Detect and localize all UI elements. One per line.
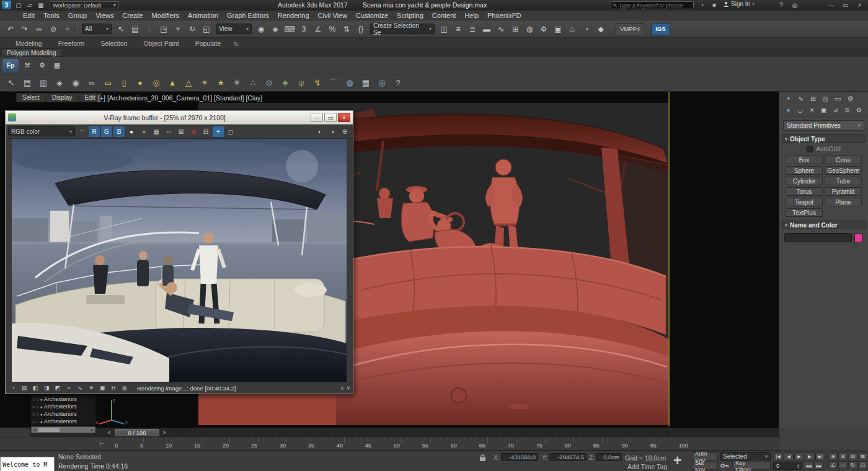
pixel-info-icon[interactable]: ◔ bbox=[8, 384, 18, 393]
freeze-toggle-icon[interactable]: ○ bbox=[36, 420, 38, 424]
cylinder-primitive-icon[interactable]: ▯ bbox=[117, 76, 131, 90]
white-balance-icon[interactable]: ◧ bbox=[30, 384, 40, 393]
visibility-toggle-icon[interactable]: ○ bbox=[32, 412, 35, 416]
zoom-extents-icon[interactable]: ⊡ bbox=[848, 452, 857, 460]
sign-in-button[interactable]: Sign In ▾ bbox=[723, 1, 755, 7]
torus-button[interactable]: Torus bbox=[786, 187, 823, 196]
object-type-rollout[interactable]: ▾ Object Type bbox=[782, 134, 866, 143]
ribbon-tab[interactable]: Populate bbox=[188, 39, 228, 48]
particles-icon[interactable]: ∴ bbox=[246, 76, 260, 90]
region-render-button[interactable]: ◻ bbox=[225, 126, 236, 137]
hue-saturation-icon[interactable]: ◨ bbox=[42, 384, 51, 393]
play-button[interactable]: ▶ bbox=[794, 452, 804, 460]
mirror-icon[interactable]: ◫ bbox=[437, 22, 451, 36]
prev-frame-button[interactable]: ◀ bbox=[784, 452, 794, 460]
srgb-icon[interactable]: ◍ bbox=[120, 384, 130, 393]
magnet-icon[interactable]: ◉ bbox=[68, 76, 83, 90]
helpers-tab[interactable]: ⊿ bbox=[830, 105, 841, 115]
pan-icon[interactable]: ↔ bbox=[838, 461, 848, 469]
grid-tools-icon[interactable]: ▦ bbox=[51, 59, 63, 72]
previous-frame-arrow[interactable]: < bbox=[106, 429, 112, 436]
open-file-icon[interactable]: ▱ bbox=[25, 1, 35, 10]
polygon-tools-icon[interactable]: ⚒ bbox=[21, 59, 33, 72]
render-production-icon[interactable]: ♨ bbox=[565, 22, 579, 36]
exposure-icon[interactable]: ☀ bbox=[86, 384, 96, 393]
undo-icon[interactable]: ↶ bbox=[4, 22, 17, 36]
status-collapse-icon[interactable]: ∨ bbox=[340, 385, 345, 391]
frame-spinner[interactable]: ▲▼ bbox=[797, 464, 801, 469]
track-mouse-button[interactable]: + bbox=[213, 126, 224, 137]
mono-channel-button[interactable]: ● bbox=[126, 126, 137, 137]
menu-item[interactable]: PhoenixFD bbox=[483, 12, 525, 19]
systems-tab[interactable]: ⚙ bbox=[854, 105, 864, 115]
autogrid-checkbox[interactable] bbox=[807, 146, 813, 152]
scrollbar-thumb[interactable] bbox=[38, 428, 60, 432]
prev-key-button[interactable]: ◀◀ bbox=[804, 462, 813, 470]
select-object-icon[interactable]: ↖ bbox=[114, 22, 128, 36]
add-time-tag[interactable]: Add Time Tag bbox=[627, 463, 667, 470]
arc-icon[interactable]: ⌒ bbox=[326, 76, 341, 90]
help-circle-icon[interactable]: ? bbox=[391, 76, 405, 90]
torus-primitive-icon[interactable]: ◎ bbox=[149, 76, 164, 90]
shapes-tab[interactable]: ◡ bbox=[795, 105, 805, 115]
vfb-minimize-button[interactable]: — bbox=[311, 113, 323, 122]
visibility-toggle-icon[interactable]: ○ bbox=[32, 405, 35, 409]
box-primitive-icon[interactable]: ▭ bbox=[100, 76, 115, 90]
titlebar[interactable]: 3 ▢▱▦ Workspace: Default ▾ Autodesk 3ds … bbox=[0, 0, 868, 11]
viewport-label[interactable]: [+] [Archexteriors_20_006_Camera_01] [St… bbox=[98, 94, 262, 102]
next-frame-arrow[interactable]: > bbox=[161, 429, 167, 436]
navigation-cross-icon[interactable]: + bbox=[673, 452, 681, 469]
vfb-rendered-image[interactable] bbox=[12, 139, 347, 382]
zoom-icon[interactable]: ⊕ bbox=[828, 452, 838, 460]
menu-item[interactable]: Scripting bbox=[392, 12, 428, 19]
named-selection-set-dropdown[interactable]: Create Selection Se ▾ bbox=[370, 24, 435, 34]
redo-icon[interactable]: ↷ bbox=[18, 22, 32, 36]
object-name-input[interactable] bbox=[784, 233, 852, 242]
search-box[interactable] bbox=[611, 1, 694, 9]
tab-polygon-modeling[interactable]: Polygon Modeling bbox=[1, 48, 62, 57]
textplus-button[interactable]: TextPlus bbox=[786, 208, 823, 217]
motion-tab[interactable]: ◎ bbox=[820, 94, 831, 103]
goto-start-button[interactable]: |◀ bbox=[773, 452, 783, 460]
save-file-icon[interactable]: ▦ bbox=[36, 1, 46, 10]
teapot-button[interactable]: Teapot bbox=[786, 198, 823, 206]
scroll-right-icon[interactable]: ▸ bbox=[89, 428, 95, 433]
cameras-tab[interactable]: ▣ bbox=[818, 105, 829, 115]
ribbon-tab[interactable]: Object Paint bbox=[136, 39, 185, 48]
explorer-scrollbar[interactable]: ◂ ▸ bbox=[31, 426, 95, 433]
set-key-icon[interactable] bbox=[720, 463, 729, 469]
zoom-extents-all-icon[interactable]: ⊠ bbox=[858, 452, 867, 460]
selection-filter-dropdown[interactable]: All ▾ bbox=[82, 24, 112, 34]
scroll-left-icon[interactable]: ◂ bbox=[32, 428, 37, 433]
select-and-move-icon[interactable]: + bbox=[171, 22, 185, 36]
y-coordinate-field[interactable]: -294674,5 bbox=[549, 453, 587, 461]
current-frame-field[interactable]: 0 ▲▼ bbox=[773, 462, 802, 470]
render-iterative-icon[interactable]: ◔ bbox=[580, 22, 593, 36]
menu-item[interactable]: Group bbox=[64, 12, 92, 19]
list-item[interactable]: ○ ○ ● Archexteriors bbox=[31, 418, 95, 425]
snowflake-icon[interactable]: ✳ bbox=[229, 76, 244, 90]
maxscript-mini-listener[interactable]: Welcome to M bbox=[0, 457, 55, 471]
menu-item[interactable]: Content bbox=[428, 12, 461, 19]
infocenter-icon[interactable]: ◎ bbox=[790, 1, 800, 9]
next-frame-button[interactable]: ▶ bbox=[805, 452, 815, 460]
selection-lock-icon[interactable] bbox=[479, 454, 486, 462]
time-slider[interactable]: < 0 / 100 > bbox=[30, 428, 779, 437]
space-warps-tab[interactable]: ≋ bbox=[842, 105, 852, 115]
vfb-close-button[interactable]: × bbox=[338, 113, 350, 122]
snap-tool-icon[interactable]: ◈ bbox=[52, 76, 67, 90]
freeze-toggle-icon[interactable]: ○ bbox=[36, 405, 38, 409]
curve-editor-icon[interactable]: ∿ bbox=[494, 22, 508, 36]
ribbon-config-icon[interactable]: ↻ bbox=[234, 41, 239, 48]
cone-primitive-icon[interactable]: △ bbox=[181, 76, 196, 90]
new-scene-icon[interactable]: ▢ bbox=[14, 1, 24, 10]
favorites-icon[interactable]: ★ bbox=[709, 1, 719, 9]
search-input[interactable] bbox=[619, 2, 691, 9]
sphere-primitive-icon[interactable]: ● bbox=[133, 76, 148, 90]
render-history-icon[interactable]: ◐ bbox=[314, 126, 326, 137]
stereo-icon[interactable]: H bbox=[108, 384, 118, 393]
alpha-channel-button[interactable]: ● bbox=[138, 126, 149, 137]
freeze-toggle-icon[interactable]: ○ bbox=[36, 412, 38, 416]
communication-center-icon[interactable]: ◔ bbox=[697, 1, 707, 9]
next-key-button[interactable]: ▶▶ bbox=[814, 462, 824, 470]
